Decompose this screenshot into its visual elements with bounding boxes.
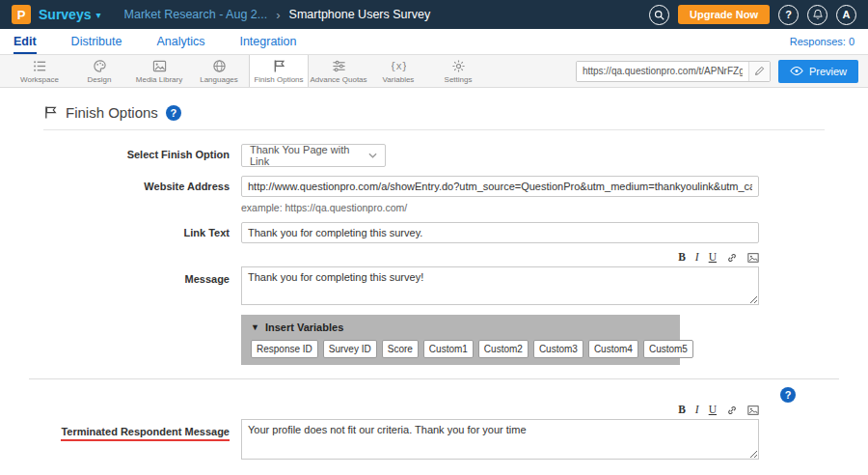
var-custom5-button[interactable]: Custom5 (643, 340, 693, 358)
message-row: Message B I U Thank you for completing t… (43, 252, 825, 365)
tab-distribute[interactable]: Distribute (71, 29, 122, 54)
bold-icon[interactable]: B (678, 405, 686, 416)
nav-tabs: Edit Distribute Analytics Integration (14, 29, 297, 54)
topbar-actions: Upgrade Now ? A (649, 5, 856, 25)
link-text-label: Link Text (43, 222, 241, 238)
var-response-id-button[interactable]: Response ID (251, 340, 318, 358)
chevron-down-icon (368, 153, 377, 158)
tab-edit[interactable]: Edit (14, 29, 37, 54)
toolbar-item-advance-quotas[interactable]: Advance Quotas (309, 55, 368, 87)
message-label: Message (43, 252, 241, 285)
insert-variables-toggle[interactable]: ▼ Insert Variables (251, 321, 670, 333)
breadcrumb: Market Research - Aug 2... › Smartphone … (124, 8, 431, 22)
help-button[interactable]: ? (778, 5, 799, 25)
toolbar-item-media-library[interactable]: Media Library (129, 55, 189, 87)
var-survey-id-button[interactable]: Survey ID (323, 340, 377, 358)
insert-variables-panel: ▼ Insert Variables Response ID Survey ID… (241, 315, 680, 365)
var-score-button[interactable]: Score (382, 340, 419, 358)
page-title-row: Finish Options ? (43, 98, 825, 130)
product-switcher[interactable]: Surveys ▾ (39, 7, 101, 22)
preview-button[interactable]: Preview (778, 60, 858, 83)
website-address-label: Website Address (43, 176, 241, 192)
topbar: P Surveys ▾ Market Research - Aug 2... ›… (0, 0, 868, 29)
image-icon[interactable] (747, 405, 759, 416)
terminated-help-row: ? (43, 387, 825, 403)
finish-options-form: Select Finish Option Thank You Page with… (43, 130, 825, 475)
link-text-input[interactable] (241, 222, 759, 243)
finish-option-selected-value: Thank You Page with Link (250, 144, 368, 167)
select-finish-row: Select Finish Option Thank You Page with… (43, 144, 825, 167)
website-address-field-wrap: example: https://qa.questionpro.com/ (241, 176, 759, 213)
questionpro-logo[interactable]: P (12, 5, 31, 24)
section-divider (29, 378, 839, 379)
bold-icon[interactable]: B (678, 252, 686, 264)
website-address-row: Website Address example: https://qa.ques… (43, 176, 825, 213)
toolbar-item-workspace[interactable]: Workspace (10, 55, 69, 87)
toolbar-item-design[interactable]: Design (69, 55, 129, 87)
tab-integration[interactable]: Integration (239, 29, 296, 54)
finish-options-help-icon[interactable]: ? (166, 105, 181, 121)
var-custom1-button[interactable]: Custom1 (423, 340, 474, 358)
link-text-row: Link Text (43, 222, 825, 243)
terminated-editor-toolbar: B I U (241, 405, 759, 416)
media-library-icon (152, 59, 167, 73)
breadcrumb-current: Smartphone Users Survey (289, 8, 431, 21)
toolbar-item-settings[interactable]: Settings (428, 55, 488, 87)
toolbar-item-finish-options[interactable]: Finish Options (249, 55, 309, 87)
avatar[interactable]: A (836, 5, 856, 25)
insert-variables-title: Insert Variables (265, 321, 343, 333)
link-icon[interactable] (726, 405, 738, 416)
upgrade-now-button[interactable]: Upgrade Now (678, 5, 770, 24)
edit-url-button[interactable] (748, 62, 770, 81)
finish-options-page: Finish Options ? Select Finish Option Th… (0, 88, 868, 475)
toolbar-item-variables[interactable]: {x} Variables (368, 55, 428, 87)
terminated-message-textarea[interactable]: Your profile does not fit our criteria. … (241, 419, 759, 460)
search-button[interactable] (649, 5, 669, 25)
message-textarea[interactable]: Thank you for completing this survey! (241, 266, 759, 305)
nav-row: Edit Distribute Analytics Integration Re… (0, 29, 868, 55)
message-field-wrap: B I U Thank you for completing this surv… (241, 252, 759, 365)
finish-options-flag-icon (272, 59, 286, 73)
var-custom2-button[interactable]: Custom2 (478, 340, 529, 358)
gear-icon (451, 59, 466, 73)
image-icon[interactable] (747, 252, 759, 264)
underline-icon[interactable]: U (709, 252, 717, 264)
flag-icon (43, 105, 58, 120)
terminated-field-wrap: B I U Your profile does not fit our crit… (241, 405, 759, 463)
finish-option-select[interactable]: Thank You Page with Link (241, 144, 386, 167)
survey-url-wrap (576, 61, 771, 82)
toolbar-items: Workspace Design Media Library Languages… (10, 55, 488, 87)
toolbar-right: Preview (576, 55, 858, 87)
eye-icon (790, 67, 803, 75)
breadcrumb-separator-icon: › (276, 8, 280, 22)
italic-icon[interactable]: I (695, 252, 699, 264)
var-custom3-button[interactable]: Custom3 (533, 340, 583, 358)
message-editor-toolbar: B I U (241, 252, 759, 264)
caret-down-icon: ▾ (95, 10, 100, 20)
edit-toolbar: Workspace Design Media Library Languages… (0, 55, 868, 88)
terminated-message-row: Terminated Respondent Message B I U Your… (43, 405, 825, 463)
italic-icon[interactable]: I (695, 405, 699, 416)
survey-url-input[interactable] (577, 62, 748, 81)
toolbar-item-languages[interactable]: Languages (189, 55, 249, 87)
product-label: Surveys (39, 7, 91, 22)
terminated-help-icon[interactable]: ? (780, 387, 796, 403)
pencil-icon (754, 66, 765, 76)
page-title: Finish Options (66, 104, 158, 121)
website-address-input[interactable] (241, 176, 759, 197)
tab-analytics[interactable]: Analytics (156, 29, 204, 54)
notifications-button[interactable] (807, 5, 827, 25)
select-finish-label: Select Finish Option (43, 144, 241, 160)
bell-icon (812, 9, 824, 20)
terminated-message-label: Terminated Respondent Message (43, 405, 241, 441)
workspace-icon (33, 59, 47, 73)
responses-count[interactable]: Responses: 0 (790, 36, 854, 47)
variables-icon: {x} (392, 59, 406, 73)
underline-icon[interactable]: U (709, 405, 717, 416)
variable-buttons: Response ID Survey ID Score Custom1 Cust… (251, 340, 670, 358)
var-custom4-button[interactable]: Custom4 (588, 340, 638, 358)
caret-down-filled-icon: ▼ (251, 322, 259, 332)
breadcrumb-parent[interactable]: Market Research - Aug 2... (124, 8, 268, 21)
terminated-message-label-text: Terminated Respondent Message (61, 426, 230, 441)
link-icon[interactable] (726, 252, 738, 264)
